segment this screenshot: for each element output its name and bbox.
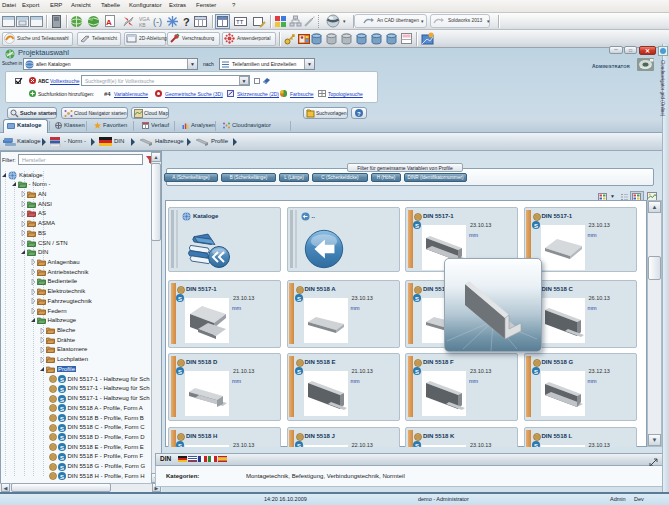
svg-text:S: S bbox=[415, 296, 419, 302]
svg-text:S: S bbox=[297, 296, 301, 302]
svg-text:S: S bbox=[60, 474, 64, 480]
svg-text:S: S bbox=[60, 445, 64, 451]
svg-text:S: S bbox=[60, 464, 64, 470]
svg-text:S: S bbox=[415, 369, 419, 375]
svg-text:S: S bbox=[60, 386, 64, 392]
svg-text:#4: #4 bbox=[104, 91, 111, 97]
svg-text:(-): (-) bbox=[153, 17, 162, 27]
svg-text:S: S bbox=[297, 443, 301, 448]
svg-text:S: S bbox=[60, 435, 64, 441]
svg-text:S: S bbox=[60, 425, 64, 431]
svg-text:S: S bbox=[415, 443, 419, 448]
svg-text:S: S bbox=[178, 443, 182, 448]
svg-text:S: S bbox=[60, 416, 64, 422]
svg-text:S: S bbox=[60, 377, 64, 383]
svg-text:S: S bbox=[60, 454, 64, 460]
svg-text:S: S bbox=[178, 296, 182, 302]
svg-text:S: S bbox=[534, 369, 538, 375]
svg-text:S: S bbox=[297, 369, 301, 375]
svg-text:A: A bbox=[106, 18, 112, 27]
svg-text:?: ? bbox=[183, 16, 190, 28]
svg-text:TT: TT bbox=[236, 19, 244, 25]
svg-text:KB: KB bbox=[139, 22, 146, 28]
svg-text:S: S bbox=[534, 443, 538, 448]
svg-text:S: S bbox=[534, 223, 538, 229]
svg-text:S: S bbox=[415, 223, 419, 229]
svg-text:S: S bbox=[60, 396, 64, 402]
svg-text:S: S bbox=[60, 406, 64, 412]
svg-text:S: S bbox=[178, 369, 182, 375]
svg-text:?: ? bbox=[357, 111, 361, 117]
